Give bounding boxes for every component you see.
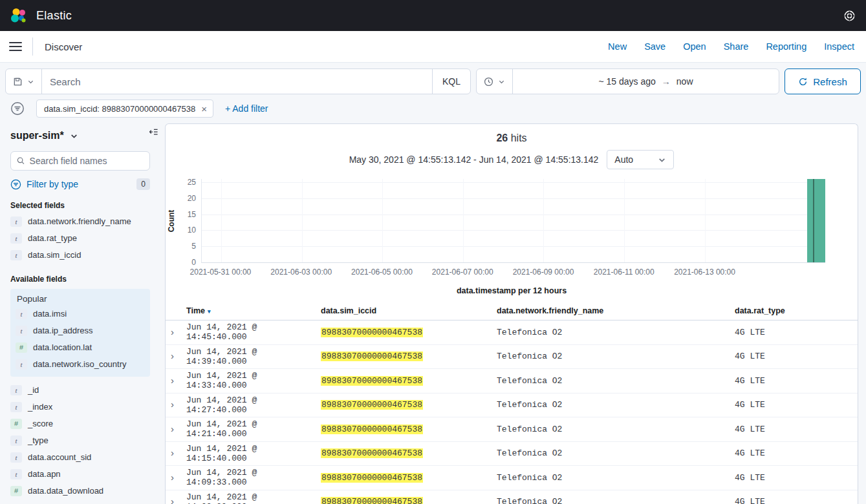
index-pattern-switcher[interactable]: super-sim*: [10, 130, 150, 142]
top-header: Elastic: [0, 0, 866, 31]
available-fields-heading: Available fields: [10, 275, 150, 284]
filter-count-badge: 0: [136, 178, 150, 190]
time-quick-menu-button[interactable]: [477, 69, 513, 94]
field-name: data.imsi: [33, 309, 67, 319]
chevron-right-icon[interactable]: ›: [171, 447, 174, 458]
cell-time: Jun 14, 2021 @ 14:15:40.000: [186, 444, 321, 463]
field-name: _index: [28, 402, 52, 412]
field-item-data-ip-address[interactable]: tdata.ip_address: [16, 322, 145, 339]
kql-button[interactable]: KQL: [432, 69, 470, 94]
brand-name: Elastic: [36, 9, 72, 23]
hits-line: 26 hits: [166, 132, 858, 144]
column-header-time[interactable]: Time▾: [186, 306, 321, 315]
field-item-data-network-iso-country[interactable]: tdata.network.iso_country: [16, 356, 145, 373]
saved-query-menu-button[interactable]: [6, 69, 42, 94]
x-tick-label: 2021-06-05 00:00: [351, 268, 413, 277]
cell-network: Telefonica O2: [497, 376, 735, 386]
filter-circle-icon[interactable]: [10, 101, 25, 116]
nav-link-open[interactable]: Open: [683, 41, 706, 52]
interval-select[interactable]: Auto: [607, 150, 674, 169]
interval-value: Auto: [614, 154, 633, 165]
field-item-data-location-lat[interactable]: #data.location.lat: [16, 339, 145, 356]
field-name: data.sim_iccid: [28, 250, 81, 260]
chevron-right-icon[interactable]: ›: [171, 350, 174, 361]
table-row[interactable]: ›Jun 14, 2021 @ 14:03:30.000898830700000…: [166, 490, 858, 504]
histogram-chart[interactable]: Count 0510152025: [201, 179, 825, 263]
popular-fields-list: tdata.imsitdata.ip_address#data.location…: [16, 306, 145, 373]
table-row[interactable]: ›Jun 14, 2021 @ 14:27:40.000898830700000…: [166, 394, 858, 418]
popular-heading: Popular: [16, 293, 145, 306]
chevron-right-icon[interactable]: ›: [171, 423, 174, 434]
filter-pill[interactable]: data.sim_iccid: 89883070000000467538 ×: [36, 100, 213, 118]
y-tick-label: 20: [188, 194, 196, 203]
x-tick-label: 2021-06-09 00:00: [513, 268, 574, 277]
field-item-data-rat-type[interactable]: tdata.rat_type: [10, 230, 150, 247]
collapse-sidebar-icon[interactable]: [149, 127, 158, 137]
nav-link-new[interactable]: New: [608, 41, 627, 52]
table-row[interactable]: ›Jun 14, 2021 @ 14:09:33.000898830700000…: [166, 466, 858, 490]
floppy-icon: [13, 77, 23, 87]
column-header-sim-iccid[interactable]: data.sim_iccid: [321, 306, 497, 315]
nav-link-save[interactable]: Save: [644, 41, 666, 52]
sidebar: super-sim* Filter by type 0 Selected fie…: [0, 123, 160, 504]
nav-link-share[interactable]: Share: [724, 41, 749, 52]
field-item-data-imsi[interactable]: tdata.imsi: [16, 306, 145, 322]
field-search-box: [10, 151, 150, 171]
field-item--index[interactable]: t_index: [10, 399, 150, 415]
field-item-data-data-download[interactable]: #data.data_download: [10, 483, 150, 499]
cell-network: Telefonica O2: [497, 352, 735, 361]
nav-link-reporting[interactable]: Reporting: [766, 41, 806, 52]
histogram-bar[interactable]: [807, 179, 825, 262]
filter-by-type-button[interactable]: Filter by type 0: [10, 178, 150, 190]
table-row[interactable]: ›Jun 14, 2021 @ 14:21:40.000898830700000…: [166, 417, 858, 442]
content: super-sim* Filter by type 0 Selected fie…: [0, 123, 866, 504]
field-item--score[interactable]: #_score: [10, 415, 150, 432]
cell-network: Telefonica O2: [497, 473, 735, 483]
highlighted-iccid: 89883070000000467538: [321, 328, 423, 337]
field-name: _type: [28, 436, 49, 446]
table-body: ›Jun 14, 2021 @ 14:45:40.000898830700000…: [166, 320, 858, 504]
add-filter-button[interactable]: + Add filter: [225, 103, 268, 114]
table-row[interactable]: ›Jun 14, 2021 @ 14:39:40.000898830700000…: [166, 345, 858, 370]
field-item--type[interactable]: t_type: [10, 432, 150, 449]
elastic-logo[interactable]: [10, 7, 27, 24]
cell-network: Telefonica O2: [497, 448, 735, 458]
column-header-network[interactable]: data.network.friendly_name: [497, 306, 735, 315]
refresh-label: Refresh: [813, 76, 847, 87]
cell-sim-iccid: 89883070000000467538: [321, 400, 497, 410]
sort-desc-icon[interactable]: ▾: [208, 308, 211, 315]
time-from: ~ 15 days ago: [598, 76, 655, 87]
table-row[interactable]: ›Jun 14, 2021 @ 14:45:40.000898830700000…: [166, 320, 858, 345]
help-button[interactable]: [841, 8, 857, 23]
refresh-button[interactable]: Refresh: [785, 68, 861, 94]
x-tick-label: 2021-06-13 00:00: [674, 268, 735, 277]
chevron-right-icon[interactable]: ›: [171, 472, 174, 483]
table-row[interactable]: ›Jun 14, 2021 @ 14:15:40.000898830700000…: [166, 442, 858, 467]
text-field-icon: t: [10, 436, 22, 446]
remove-filter-icon[interactable]: ×: [201, 104, 207, 114]
table-row[interactable]: ›Jun 14, 2021 @ 14:33:40.000898830700000…: [166, 369, 858, 394]
hamburger-icon[interactable]: [9, 41, 22, 52]
cell-network: Telefonica O2: [497, 497, 735, 504]
chevron-right-icon[interactable]: ›: [171, 399, 174, 410]
field-item--id[interactable]: t_id: [10, 382, 150, 399]
hits-label: hits: [511, 132, 527, 143]
chevron-right-icon[interactable]: ›: [171, 375, 174, 386]
time-range-display[interactable]: ~ 15 days ago → now: [513, 69, 779, 94]
chevron-right-icon[interactable]: ›: [171, 326, 174, 337]
field-item-data-account-sid[interactable]: tdata.account_sid: [10, 449, 150, 466]
field-item-data-apn[interactable]: tdata.apn: [10, 466, 150, 483]
search-input[interactable]: [42, 69, 432, 94]
field-name: data.rat_type: [28, 233, 77, 244]
filter-circle-icon: [10, 179, 21, 190]
field-item-data-network-friendly-name[interactable]: tdata.network.friendly_name: [10, 213, 150, 230]
text-field-icon: t: [16, 326, 27, 336]
nav-link-inspect[interactable]: Inspect: [824, 41, 854, 52]
field-search-input[interactable]: [30, 156, 144, 166]
column-header-rat-type[interactable]: data.rat_type: [735, 306, 858, 315]
number-field-icon: #: [16, 342, 27, 353]
text-field-icon: t: [10, 469, 22, 479]
field-item-data-sim-iccid[interactable]: tdata.sim_iccid: [10, 247, 150, 264]
field-name: data.location.lat: [33, 342, 92, 353]
chevron-right-icon[interactable]: ›: [171, 496, 174, 504]
